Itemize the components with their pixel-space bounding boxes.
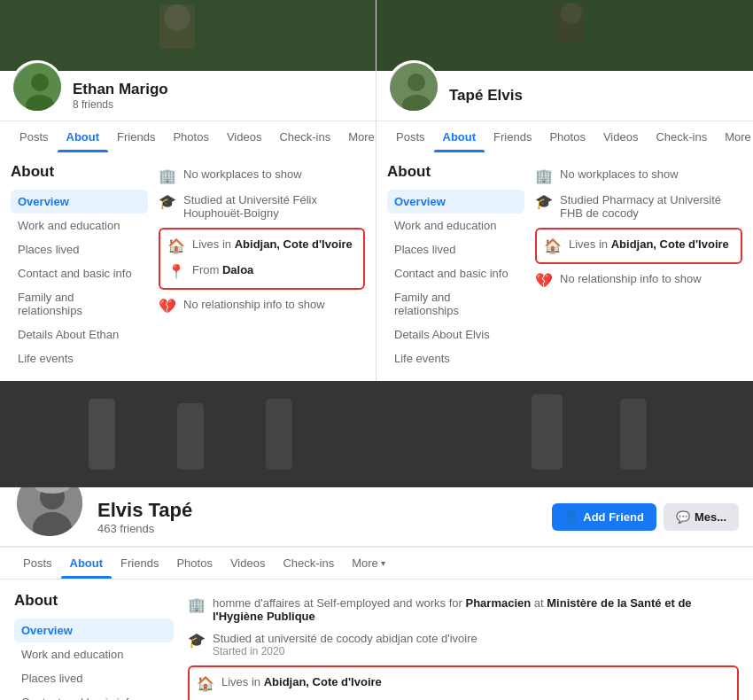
bottom-sidebar-work[interactable]: Work and education bbox=[14, 642, 174, 666]
nav-about-tape[interactable]: About bbox=[434, 121, 485, 152]
sidebar-family-ethan[interactable]: Family and relationships bbox=[11, 285, 148, 323]
bottom-profile-header: Elvis Tapé 463 friends 👤 Add Friend 💬 Me… bbox=[0, 487, 753, 547]
svg-rect-10 bbox=[554, 3, 585, 43]
nav-friends-elvis[interactable]: Friends bbox=[112, 548, 167, 579]
chevron-down-icon: ▾ bbox=[381, 558, 385, 568]
sidebar-details-tape[interactable]: Details About Elvis bbox=[387, 323, 524, 346]
bottom-about-content: 🏢 homme d'affaires at Self-employed and … bbox=[174, 592, 739, 700]
work-info-elvis: 🏢 homme d'affaires at Self-employed and … bbox=[188, 592, 739, 627]
nav-more-ethan[interactable]: More ▾ bbox=[339, 121, 376, 152]
edu-text-wrap-elvis: Studied at université de cocody abidjan … bbox=[213, 632, 477, 657]
work-info-tape: 🏢 No workplaces to show bbox=[535, 163, 742, 189]
bottom-about-section: About Overview Work and education Places… bbox=[0, 579, 753, 700]
work-info-ethan: 🏢 No workplaces to show bbox=[159, 163, 365, 189]
home-icon: 🏠 bbox=[167, 237, 185, 254]
location-highlight-ethan: 🏠 Lives in Abidjan, Cote d'Ivoire 📍 From… bbox=[159, 228, 365, 290]
nav-photos-elvis[interactable]: Photos bbox=[167, 548, 221, 579]
bottom-sidebar-overview[interactable]: Overview bbox=[14, 618, 174, 642]
nav-checkins-elvis[interactable]: Check-ins bbox=[274, 548, 343, 579]
sidebar-life-tape[interactable]: Life events bbox=[387, 346, 524, 370]
home-info-elvis: 🏠 Lives in Abidjan, Cote d'Ivoire bbox=[197, 671, 730, 696]
profile-name-tape: Tapé Elvis bbox=[449, 87, 523, 105]
bottom-sidebar-places[interactable]: Places lived bbox=[14, 666, 174, 690]
svg-point-5 bbox=[31, 74, 49, 91]
edu-info-ethan: 🎓 Studied at Université Félix Houphouët-… bbox=[159, 189, 365, 224]
sidebar-life-ethan[interactable]: Life events bbox=[11, 346, 148, 370]
work-icon: 🏢 bbox=[535, 167, 553, 184]
heart-icon: 💔 bbox=[535, 272, 553, 289]
home-icon: 🏠 bbox=[544, 237, 562, 254]
message-button[interactable]: 💬 Mes... bbox=[664, 503, 739, 531]
edu-info-tape: 🎓 Studied Pharmacy at Université FHB de … bbox=[535, 189, 742, 224]
add-friend-label: Add Friend bbox=[583, 510, 644, 524]
nav-posts-ethan[interactable]: Posts bbox=[11, 121, 58, 152]
nav-friends-tape[interactable]: Friends bbox=[485, 121, 540, 152]
home-text-tape: Lives in Abidjan, Cote d'Ivoire bbox=[569, 237, 729, 251]
sidebar-work-ethan[interactable]: Work and education bbox=[11, 214, 148, 237]
sidebar-family-tape[interactable]: Family and relationships bbox=[387, 285, 524, 323]
bottom-profile-actions: 👤 Add Friend 💬 Mes... bbox=[552, 503, 739, 531]
home-icon: 🏠 bbox=[197, 675, 214, 692]
avatar-img-ethan bbox=[13, 63, 64, 113]
work-icon: 🏢 bbox=[188, 596, 206, 613]
nav-more-tape[interactable]: More ▾ bbox=[716, 121, 753, 152]
about-sidebar-tape: About Overview Work and education Places… bbox=[387, 163, 524, 370]
nav-videos-elvis[interactable]: Videos bbox=[221, 548, 275, 579]
nav-friends-ethan[interactable]: Friends bbox=[108, 121, 164, 152]
bottom-profile-name: Elvis Tapé bbox=[97, 499, 552, 522]
svg-point-12 bbox=[408, 74, 425, 91]
education-icon: 🎓 bbox=[159, 193, 176, 210]
sidebar-places-ethan[interactable]: Places lived bbox=[11, 237, 148, 261]
sidebar-contact-ethan[interactable]: Contact and basic info bbox=[11, 261, 148, 285]
edu-info-elvis: 🎓 Studied at université de cocody abidja… bbox=[188, 627, 739, 662]
cover-photo-elvis bbox=[0, 381, 753, 487]
work-text-tape: No workplaces to show bbox=[560, 167, 679, 181]
avatar-tape bbox=[387, 60, 440, 113]
sidebar-work-tape[interactable]: Work and education bbox=[387, 214, 524, 237]
cover-overlay-elvis bbox=[0, 381, 753, 487]
bottom-sidebar-contact[interactable]: Contact and basic info bbox=[14, 690, 174, 700]
nav-more-elvis[interactable]: More ▾ bbox=[343, 548, 394, 579]
nav-videos-ethan[interactable]: Videos bbox=[218, 121, 271, 152]
profile-info-ethan: Ethan Marigo 8 friends bbox=[73, 81, 168, 111]
bottom-about-title: About bbox=[14, 592, 174, 610]
nav-about-ethan[interactable]: About bbox=[58, 121, 109, 152]
from-text-ethan: From Daloa bbox=[192, 263, 253, 276]
education-icon: 🎓 bbox=[535, 193, 553, 210]
home-info-tape: 🏠 Lives in Abidjan, Cote d'Ivoire bbox=[544, 233, 734, 259]
about-sidebar-ethan: About Overview Work and education Places… bbox=[11, 163, 148, 370]
sidebar-overview-tape[interactable]: Overview bbox=[387, 190, 524, 214]
message-label: Mes... bbox=[695, 510, 726, 524]
sidebar-details-ethan[interactable]: Details About Ethan bbox=[11, 323, 148, 346]
sidebar-contact-tape[interactable]: Contact and basic info bbox=[387, 261, 524, 285]
heart-icon: 💔 bbox=[159, 298, 176, 315]
work-text-elvis: homme d'affaires at Self-employed and wo… bbox=[213, 596, 739, 623]
about-section-ethan: About Overview Work and education Places… bbox=[0, 152, 376, 381]
nav-posts-tape[interactable]: Posts bbox=[387, 121, 434, 152]
message-icon: 💬 bbox=[676, 510, 690, 524]
profile-tape: Tapé Elvis Posts About Friends Photos Vi… bbox=[376, 0, 753, 381]
from-info-elvis: 📍 From Daloa bbox=[197, 696, 730, 700]
add-friend-button[interactable]: 👤 Add Friend bbox=[552, 503, 656, 531]
nav-photos-tape[interactable]: Photos bbox=[540, 121, 594, 152]
nav-about-elvis[interactable]: About bbox=[61, 548, 113, 579]
bottom-profile-friends: 463 friends bbox=[97, 522, 552, 535]
nav-checkins-tape[interactable]: Check-ins bbox=[647, 121, 716, 152]
sidebar-places-tape[interactable]: Places lived bbox=[387, 237, 524, 261]
edu-text-tape: Studied Pharmacy at Université FHB de co… bbox=[560, 193, 742, 220]
avatar-ethan bbox=[11, 60, 64, 113]
home-text-ethan: Lives in Abidjan, Cote d'Ivoire bbox=[192, 237, 353, 251]
work-icon: 🏢 bbox=[159, 167, 176, 184]
bottom-profile-info: Elvis Tapé 463 friends bbox=[97, 499, 552, 535]
nav-videos-tape[interactable]: Videos bbox=[594, 121, 648, 152]
edu-text-ethan: Studied at Université Félix Houphouët-Bo… bbox=[183, 193, 365, 220]
nav-photos-ethan[interactable]: Photos bbox=[164, 121, 217, 152]
relationship-text-ethan: No relationship info to show bbox=[183, 298, 325, 311]
location-icon: 📍 bbox=[167, 263, 185, 280]
edu-sub-elvis: Started in 2020 bbox=[213, 645, 477, 657]
nav-posts-elvis[interactable]: Posts bbox=[14, 548, 61, 579]
nav-checkins-ethan[interactable]: Check-ins bbox=[270, 121, 339, 152]
edu-text-elvis: Studied at université de cocody abidjan … bbox=[213, 632, 477, 645]
sidebar-overview-ethan[interactable]: Overview bbox=[11, 190, 148, 214]
relationship-text-tape: No relationship info to show bbox=[560, 272, 702, 285]
